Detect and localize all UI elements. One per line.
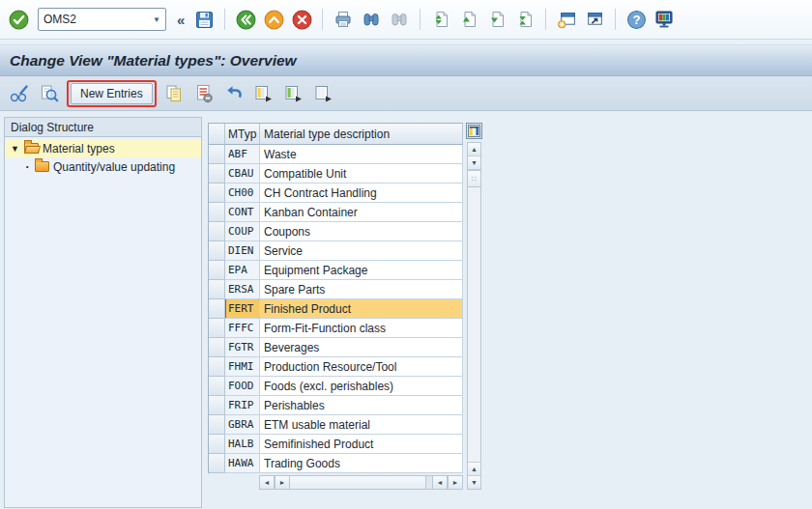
mtyp-cell[interactable]: GBRA [225, 415, 260, 435]
description-cell[interactable]: Coupons [260, 222, 463, 241]
column-header-mtyp[interactable]: MTyp [225, 124, 260, 145]
last-page-button[interactable] [512, 7, 537, 32]
mtyp-cell[interactable]: CBAU [225, 164, 260, 184]
description-cell[interactable]: Perishables [260, 396, 463, 415]
mtyp-cell[interactable]: ERSA [225, 280, 260, 299]
row-selector-cell[interactable] [209, 435, 225, 454]
mtyp-cell[interactable]: ABF [225, 145, 260, 164]
description-cell[interactable]: Equipment Package [260, 261, 463, 280]
description-cell[interactable]: Kanban Container [260, 203, 463, 222]
description-cell[interactable]: ETM usable material [260, 415, 463, 435]
mtyp-cell[interactable]: FERT [225, 299, 260, 319]
description-cell[interactable]: Waste [260, 145, 463, 164]
enter-button[interactable] [6, 7, 31, 32]
description-cell[interactable]: Beverages [260, 338, 463, 357]
description-cell[interactable]: Compatible Unit [260, 164, 463, 184]
delete-button[interactable] [191, 81, 217, 106]
row-selector-cell[interactable] [209, 319, 225, 338]
mtyp-cell[interactable]: DIEN [225, 241, 260, 261]
mtyp-cell[interactable]: FOOD [225, 377, 260, 396]
deselect-all-list-button[interactable] [311, 81, 336, 106]
mtyp-cell[interactable]: COUP [225, 222, 260, 241]
row-selector-cell[interactable] [209, 222, 225, 241]
scroll-down-button[interactable]: ▼ [468, 156, 480, 170]
scroll-left-button[interactable]: ◄ [432, 475, 448, 490]
scroll-right-button[interactable]: ► [275, 475, 290, 490]
command-dropdown-icon[interactable]: ▼ [149, 15, 160, 24]
row-selector-cell[interactable] [209, 357, 225, 377]
row-selector-cell[interactable] [209, 164, 225, 184]
mtyp-cell[interactable]: FHMI [225, 357, 260, 377]
find-next-button[interactable] [387, 7, 412, 32]
column-header-description[interactable]: Material type description [260, 124, 463, 145]
description-cell[interactable]: Form-Fit-Function class [260, 319, 463, 338]
select-block-list-button[interactable] [281, 81, 306, 106]
scroll-up-button[interactable]: ▲ [468, 143, 480, 156]
description-cell[interactable]: Spare Parts [260, 280, 463, 299]
description-cell[interactable]: Trading Goods [260, 454, 463, 473]
row-selector-cell[interactable] [209, 280, 225, 299]
row-selector-cell[interactable] [209, 454, 225, 473]
description-cell[interactable]: Production Resource/Tool [260, 357, 463, 377]
command-input[interactable] [44, 13, 149, 26]
help-button[interactable]: ? [624, 7, 649, 32]
tree-expand-icon[interactable]: ▼ [11, 144, 20, 154]
cancel-button[interactable] [289, 7, 314, 32]
collapse-toolbar-button[interactable]: « [173, 12, 188, 28]
customize-layout-button[interactable] [652, 7, 677, 32]
mtyp-cell[interactable]: CONT [225, 203, 260, 222]
mtyp-cell[interactable]: CH00 [225, 184, 260, 203]
scroll-left-button[interactable]: ◄ [259, 475, 275, 490]
tree-item-quantity-value-updating[interactable]: · Quantity/value updating [5, 157, 201, 176]
tree-item-material-types[interactable]: ▼ Material types [5, 139, 201, 157]
row-selector-cell[interactable] [209, 338, 225, 357]
page-up-button[interactable] [456, 7, 481, 32]
description-cell[interactable]: Service [260, 241, 463, 261]
description-cell[interactable]: Foods (excl. perishables) [260, 377, 463, 396]
command-field[interactable]: ▼ [38, 8, 166, 31]
first-page-button[interactable] [428, 7, 453, 32]
mtyp-cell[interactable]: HAWA [225, 454, 260, 473]
undo-button[interactable] [221, 81, 246, 106]
vscroll-thumb[interactable]: ∷ [468, 170, 480, 187]
print-button[interactable] [331, 7, 356, 32]
save-button[interactable] [191, 7, 217, 32]
new-session-button[interactable] [554, 7, 579, 32]
row-selector-cell[interactable] [209, 377, 225, 396]
row-selector-cell[interactable] [209, 299, 225, 319]
page-down-button[interactable] [484, 7, 509, 32]
table-row: FERTFinished Product [209, 299, 463, 319]
hscroll-thumb[interactable] [290, 476, 426, 489]
row-selector-cell[interactable] [209, 145, 225, 164]
copy-as-button[interactable] [161, 81, 187, 106]
scroll-down-button[interactable]: ▼ [468, 475, 480, 489]
row-selector-cell[interactable] [209, 396, 225, 415]
hscroll-track[interactable] [290, 475, 432, 490]
description-cell[interactable]: CH Contract Handling [260, 184, 463, 203]
mtyp-cell[interactable]: FGTR [225, 338, 260, 357]
position-button[interactable] [37, 81, 62, 106]
mtyp-cell[interactable]: HALB [225, 435, 260, 454]
description-cell[interactable]: Semifinished Product [260, 435, 463, 454]
scroll-right-button[interactable]: ► [448, 475, 463, 490]
mtyp-cell[interactable]: FRIP [225, 396, 260, 415]
create-shortcut-button[interactable] [582, 7, 607, 32]
row-selector-cell[interactable] [209, 415, 225, 435]
vscroll-track[interactable] [468, 187, 480, 462]
row-selector-cell[interactable] [209, 203, 225, 222]
select-all-header-cell[interactable] [209, 124, 225, 145]
find-button[interactable] [359, 7, 384, 32]
mtyp-cell[interactable]: EPA [225, 261, 260, 280]
exit-button[interactable] [261, 7, 286, 32]
new-entries-button[interactable]: New Entries [71, 83, 153, 104]
display-change-button[interactable] [7, 81, 32, 106]
row-selector-cell[interactable] [209, 261, 225, 280]
select-all-list-button[interactable] [251, 81, 276, 106]
table-settings-button[interactable] [466, 123, 482, 139]
mtyp-cell[interactable]: FFFC [225, 319, 260, 338]
scroll-up-button[interactable]: ▲ [468, 462, 480, 475]
description-cell[interactable]: Finished Product [260, 299, 463, 319]
row-selector-cell[interactable] [209, 184, 225, 203]
back-button[interactable] [233, 7, 258, 32]
row-selector-cell[interactable] [209, 241, 225, 261]
